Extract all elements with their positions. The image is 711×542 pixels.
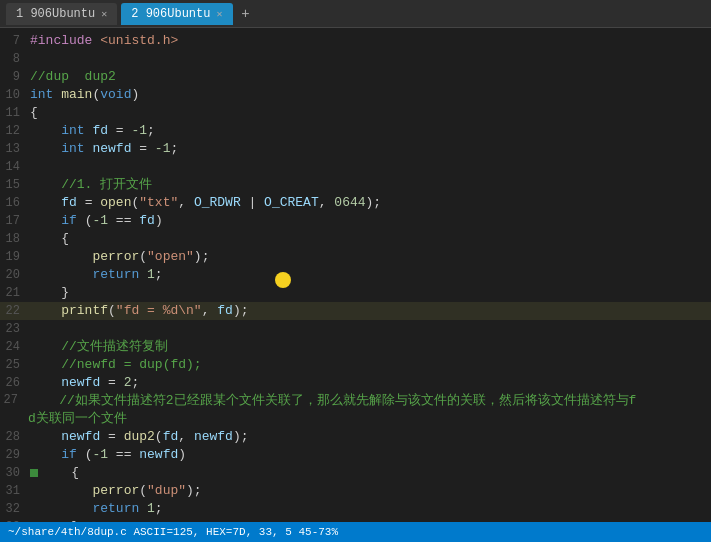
- line-32: 32 return 1;: [0, 500, 711, 518]
- line-24: 24 //文件描述符复制: [0, 338, 711, 356]
- line-20: 20 return 1;: [0, 266, 711, 284]
- line-22: 22 printf("fd = %d\n", fd);: [0, 302, 711, 320]
- tab-2-label: 2 906Ubuntu: [131, 7, 210, 21]
- line-23: 23: [0, 320, 711, 338]
- line-18: 18 {: [0, 230, 711, 248]
- tab-2[interactable]: 2 906Ubuntu ✕: [121, 3, 232, 25]
- line-31: 31 perror("dup");: [0, 482, 711, 500]
- line-30: 30 {: [0, 464, 711, 482]
- tab-1[interactable]: 1 906Ubuntu ✕: [6, 3, 117, 25]
- tab-1-label: 1 906Ubuntu: [16, 7, 95, 21]
- line-11: 11 {: [0, 104, 711, 122]
- line-15: 15 //1. 打开文件: [0, 176, 711, 194]
- line-10: 10 int main(void): [0, 86, 711, 104]
- line-28: 28 newfd = dup2(fd, newfd);: [0, 428, 711, 446]
- line-19: 19 perror("open");: [0, 248, 711, 266]
- titlebar: 1 906Ubuntu ✕ 2 906Ubuntu ✕ +: [0, 0, 711, 28]
- statusbar: ~/share/4th/8dup.c ASCII=125, HEX=7D, 33…: [0, 522, 711, 542]
- tab-2-close[interactable]: ✕: [216, 8, 222, 20]
- line-27: 27 //如果文件描述符2已经跟某个文件关联了，那么就先解除与该文件的关联，然后…: [0, 392, 711, 428]
- tab-add-button[interactable]: +: [237, 5, 255, 23]
- line-7: 7 #include <unistd.h>: [0, 32, 711, 50]
- line-21: 21 }: [0, 284, 711, 302]
- line-14: 14: [0, 158, 711, 176]
- green-marker-30: [30, 469, 38, 477]
- code-editor[interactable]: 7 #include <unistd.h> 8 9 //dup dup2 10 …: [0, 28, 711, 534]
- line-8: 8: [0, 50, 711, 68]
- line-12: 12 int fd = -1;: [0, 122, 711, 140]
- line-9: 9 //dup dup2: [0, 68, 711, 86]
- line-25: 25 //newfd = dup(fd);: [0, 356, 711, 374]
- line-17: 17 if (-1 == fd): [0, 212, 711, 230]
- line-16: 16 fd = open("txt", O_RDWR | O_CREAT, 06…: [0, 194, 711, 212]
- statusbar-text: ~/share/4th/8dup.c ASCII=125, HEX=7D, 33…: [8, 526, 338, 538]
- line-26: 26 newfd = 2;: [0, 374, 711, 392]
- line-13: 13 int newfd = -1;: [0, 140, 711, 158]
- tab-1-close[interactable]: ✕: [101, 8, 107, 20]
- line-29: 29 if (-1 == newfd): [0, 446, 711, 464]
